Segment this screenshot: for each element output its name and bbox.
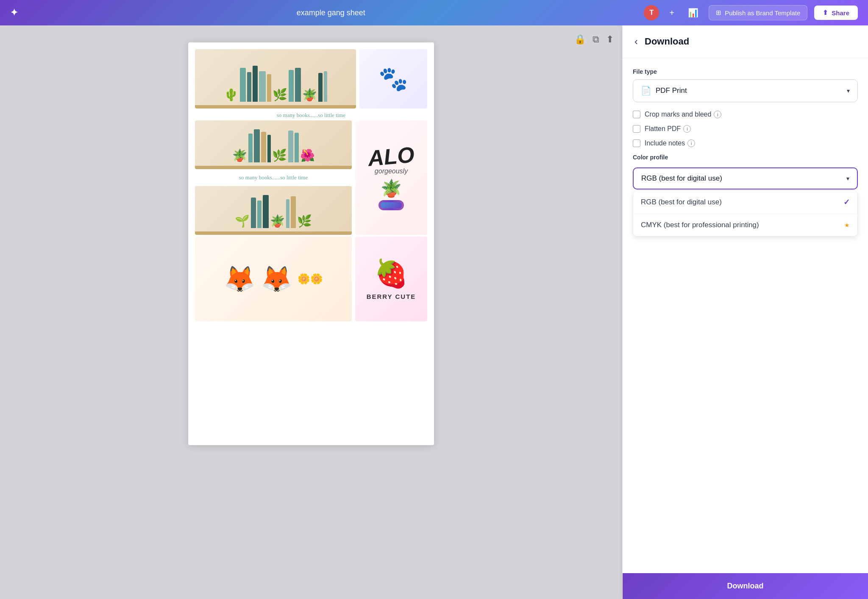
color-options-dropdown: RGB (best for digital use) ✓ CMYK (best … [633,190,858,237]
cmyk-option-label: CMYK (best for professional printing) [641,221,759,229]
sticker-row-3: 🦊 🦊 🌼🌼 🍓 BERRY CUTE [195,237,427,321]
share-icon: ⬆ [823,9,828,17]
download-button[interactable]: Download [623,573,868,599]
sticker-row-1: 🌵 🌿 🪴 [195,49,427,109]
topbar: ✦ example gang sheet T + 📊 ⊞ Publish as … [0,0,868,25]
paw-sticker-1: 🐾 [359,49,427,109]
analytics-button[interactable]: 📊 [684,6,702,20]
download-panel: ‹ Download File type 📄 PDF Print ▾ Crop … [622,25,868,599]
crop-marks-label: Crop marks and bleed [645,111,711,118]
script-text-2: so many books......so little time [195,174,352,181]
user-avatar[interactable]: T [644,5,659,20]
color-profile-label: Color profile [633,154,858,161]
bookshelf-sticker-1: 🌵 🌿 🪴 [195,49,356,109]
crop-marks-row: Crop marks and bleed i [633,111,858,118]
canvas-toolbar: 🔒 ⧉ ⬆ [574,34,614,45]
upload-icon[interactable]: ⬆ [606,34,614,45]
chevron-down-icon-color: ▾ [846,175,849,182]
panel-content: File type 📄 PDF Print ▾ Crop marks and b… [623,58,868,599]
color-option-rgb[interactable]: RGB (best for digital use) ✓ [633,191,857,214]
pdf-icon: 📄 [641,86,651,96]
include-notes-checkbox[interactable] [633,139,640,147]
checkmark-icon: ✓ [843,198,850,207]
color-option-cmyk[interactable]: CMYK (best for professional printing) ★ [633,214,857,236]
fox-icon-1: 🦊 [224,264,256,294]
design-canvas: 🌵 🌿 🪴 [188,42,434,445]
back-icon: ‹ [634,36,638,47]
chevron-down-icon: ▾ [847,87,850,94]
file-type-value: PDF Print [656,86,687,95]
flatten-pdf-info-icon[interactable]: i [683,125,691,133]
flatten-pdf-checkbox[interactable] [633,125,640,133]
canvas-area: 🔒 ⧉ ⬆ 🌵 🌿 [0,25,622,599]
duplicate-icon[interactable]: ⧉ [593,34,599,45]
back-button[interactable]: ‹ [633,34,640,49]
color-profile-dropdown[interactable]: RGB (best for digital use) ▾ [633,167,858,189]
crop-marks-info-icon[interactable]: i [714,111,721,118]
main-area: 🔒 ⧉ ⬆ 🌵 🌿 [0,25,868,599]
file-type-label: File type [633,68,858,75]
analytics-icon: 📊 [688,8,698,17]
lock-icon[interactable]: 🔒 [574,34,586,45]
file-type-dropdown[interactable]: 📄 PDF Print ▾ [633,79,858,102]
crop-marks-checkbox[interactable] [633,111,640,118]
crown-icon: ★ [844,222,850,228]
include-notes-row: Include notes i [633,139,858,147]
document-title: example gang sheet [25,8,637,17]
add-button[interactable]: + [666,6,678,20]
share-button[interactable]: ⬆ Share [814,6,858,20]
canva-logo: ✦ [10,7,18,18]
bookshelf-sticker-3: 🌱 🪴 🌿 [195,186,352,235]
publish-brand-template-button[interactable]: ⊞ Publish as Brand Template [709,5,807,20]
flatten-pdf-row: Flatten PDF i [633,125,858,133]
publish-icon: ⊞ [716,9,721,17]
rgb-option-label: RGB (best for digital use) [641,198,722,206]
color-profile-value: RGB (best for digital use) [641,174,722,183]
fox-sticker: 🦊 🦊 🌼🌼 [195,237,352,321]
berry-sticker: 🍓 BERRY CUTE [355,237,427,321]
bookshelf-sticker-2: 🪴 🌿 🌺 [195,120,352,169]
aloe-sticker: ALO gorgeously 🪴 [355,120,427,235]
fox-icon-2: 🦊 [261,264,292,294]
flatten-pdf-label: Flatten PDF [645,125,681,133]
script-text-1: so many books......so little time [195,112,427,119]
include-notes-info-icon[interactable]: i [687,139,695,147]
include-notes-label: Include notes [645,139,685,147]
panel-title: Download [645,36,689,47]
panel-header: ‹ Download [623,25,868,58]
